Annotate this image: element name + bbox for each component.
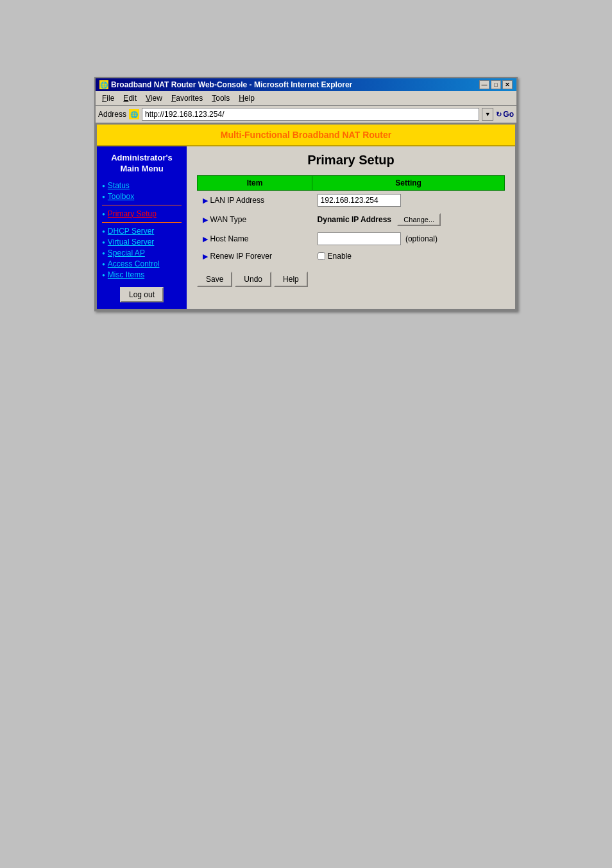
bullet-icon: ● <box>102 229 105 234</box>
help-button[interactable]: Help <box>274 272 308 287</box>
table-row: ▶ Renew IP Forever Enable <box>198 248 505 264</box>
lan-ip-value-cell <box>312 191 505 211</box>
menu-help[interactable]: Help <box>235 92 259 104</box>
page-title: Primary Setup <box>197 153 505 168</box>
renew-ip-label-cell: ▶ Renew IP Forever <box>198 248 312 264</box>
title-bar-buttons: — □ ✕ <box>479 80 513 89</box>
browser-title: Broadband NAT Router Web-Console - Micro… <box>111 80 352 89</box>
sidebar-item-toolbox[interactable]: Toolbox <box>108 192 134 201</box>
action-buttons: Save Undo Help <box>197 272 505 287</box>
table-row: ▶ WAN Type Dynamic IP Address Change... <box>198 210 505 229</box>
browser-icon: 🌐 <box>99 80 108 89</box>
restore-button[interactable]: □ <box>491 80 501 89</box>
minimize-button[interactable]: — <box>479 80 489 89</box>
sidebar-item-virtual-server[interactable]: Virtual Server <box>108 238 154 247</box>
address-label: Address <box>98 110 126 119</box>
host-name-label: ▶ Host Name <box>203 234 307 243</box>
content-area: Primary Setup Item Setting <box>187 146 515 309</box>
settings-table: Item Setting ▶ LAN IP Address <box>197 175 505 264</box>
sidebar-item-misc-items[interactable]: Misc Items <box>108 270 144 279</box>
enable-checkbox-label: Enable <box>318 252 500 261</box>
router-ui: Multi-Functional Broadband NAT Router Ad… <box>96 123 516 310</box>
enable-label: Enable <box>328 252 352 261</box>
bullet-icon: ● <box>102 183 105 189</box>
address-input[interactable] <box>142 108 479 121</box>
col-item: Item <box>198 176 312 191</box>
list-item: ● Primary Setup <box>102 209 182 218</box>
optional-text: (optional) <box>405 234 438 243</box>
close-button[interactable]: ✕ <box>502 80 513 89</box>
list-item: ● Virtual Server <box>102 238 182 247</box>
menu-file[interactable]: File <box>98 92 118 104</box>
menu-view[interactable]: View <box>142 92 166 104</box>
bullet-icon: ● <box>102 272 105 278</box>
list-item: ● DHCP Server <box>102 227 182 236</box>
menu-bar: File Edit View Favorites Tools Help <box>96 91 516 106</box>
bullet-icon: ● <box>102 239 105 245</box>
router-header: Multi-Functional Broadband NAT Router <box>97 125 515 146</box>
go-button[interactable]: ↻ Go <box>496 110 514 119</box>
host-name-value-cell: (optional) <box>312 229 505 248</box>
sidebar-title: Administrator's Main Menu <box>102 153 182 175</box>
logout-button[interactable]: Log out <box>120 287 164 302</box>
row-arrow-icon: ▶ <box>203 216 208 224</box>
enable-checkbox[interactable] <box>318 252 325 260</box>
col-setting: Setting <box>312 176 505 191</box>
sidebar-divider <box>102 205 182 205</box>
browser-window: 🌐 Broadband NAT Router Web-Console - Mic… <box>94 77 518 311</box>
router-header-title: Multi-Functional Broadband NAT Router <box>221 130 392 140</box>
renew-ip-label: ▶ Renew IP Forever <box>203 252 307 261</box>
list-item: ● Access Control <box>102 259 182 268</box>
title-bar-left: 🌐 Broadband NAT Router Web-Console - Mic… <box>99 80 352 89</box>
undo-button[interactable]: Undo <box>235 272 271 287</box>
address-icon: 🌐 <box>129 109 139 119</box>
list-item: ● Special AP <box>102 248 182 257</box>
go-label: Go <box>503 110 514 119</box>
lan-ip-label: ▶ LAN IP Address <box>203 196 307 205</box>
sidebar-item-dhcp[interactable]: DHCP Server <box>108 227 154 236</box>
sidebar-divider-2 <box>102 222 182 223</box>
sidebar-item-primary-setup[interactable]: Primary Setup <box>108 209 157 218</box>
list-item: ● Status <box>102 181 182 190</box>
renew-ip-value-cell: Enable <box>312 248 505 264</box>
wan-type-text: Dynamic IP Address <box>318 215 391 224</box>
sidebar-nav-3: ● DHCP Server ● Virtual Server ● Special… <box>102 227 182 279</box>
sidebar-item-access-control[interactable]: Access Control <box>108 259 160 268</box>
sidebar-nav: ● Status ● Toolbox <box>102 181 182 201</box>
menu-tools[interactable]: Tools <box>208 92 234 104</box>
row-arrow-icon: ▶ <box>203 252 208 261</box>
address-dropdown[interactable]: ▼ <box>482 108 493 121</box>
sidebar: Administrator's Main Menu ● Status ● Too… <box>97 146 187 309</box>
lan-ip-input[interactable] <box>318 194 401 207</box>
title-bar: 🌐 Broadband NAT Router Web-Console - Mic… <box>96 78 516 91</box>
save-button[interactable]: Save <box>197 272 232 287</box>
menu-favorites[interactable]: Favorites <box>167 92 207 104</box>
wan-type-label: ▶ WAN Type <box>203 215 307 224</box>
change-button[interactable]: Change... <box>397 213 441 226</box>
table-row: ▶ LAN IP Address <box>198 191 505 211</box>
sidebar-item-special-ap[interactable]: Special AP <box>108 248 145 257</box>
go-arrow-icon: ↻ <box>496 110 502 119</box>
wan-type-label-cell: ▶ WAN Type <box>198 210 312 229</box>
wan-type-value-cell: Dynamic IP Address Change... <box>312 210 505 229</box>
router-main: Administrator's Main Menu ● Status ● Too… <box>97 146 515 309</box>
row-arrow-icon: ▶ <box>203 196 208 205</box>
table-row: ▶ Host Name (optional) <box>198 229 505 248</box>
menu-edit[interactable]: Edit <box>119 92 140 104</box>
bullet-icon: ● <box>102 194 105 200</box>
bullet-icon: ● <box>102 250 105 256</box>
row-arrow-icon: ▶ <box>203 235 208 243</box>
list-item: ● Toolbox <box>102 192 182 201</box>
bullet-icon: ● <box>102 261 105 267</box>
sidebar-nav-2: ● Primary Setup <box>102 209 182 218</box>
address-bar: Address 🌐 ▼ ↻ Go <box>96 106 516 123</box>
host-name-label-cell: ▶ Host Name <box>198 229 312 248</box>
list-item: ● Misc Items <box>102 270 182 279</box>
host-name-input[interactable] <box>318 232 401 245</box>
bullet-icon: ● <box>102 211 105 217</box>
lan-ip-label-cell: ▶ LAN IP Address <box>198 191 312 211</box>
sidebar-item-status[interactable]: Status <box>108 181 130 190</box>
